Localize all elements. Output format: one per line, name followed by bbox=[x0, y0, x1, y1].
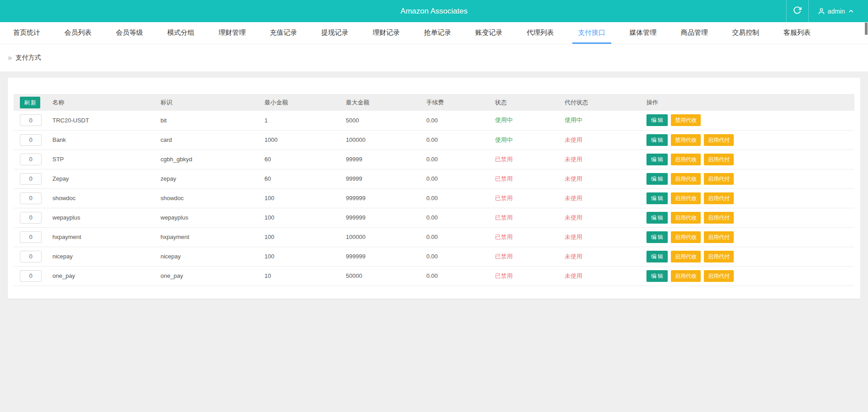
nav-item-grab-order-records[interactable]: 抢单记录 bbox=[418, 22, 457, 44]
payout-status-text: 未使用 bbox=[565, 214, 582, 221]
code-cell: showdoc bbox=[154, 188, 258, 208]
sort-input[interactable] bbox=[20, 192, 42, 204]
refresh-icon bbox=[793, 6, 802, 16]
table-header-row: 刷新 名称 标识 最小金额 最大金额 手续费 状态 代付状态 操作 bbox=[14, 94, 854, 111]
sort-input[interactable] bbox=[20, 270, 42, 282]
vertical-scrollbar[interactable] bbox=[865, 23, 868, 35]
nav-bar: 首页统计会员列表会员等级模式分组理财管理充值记录提现记录理财记录抢单记录账变记录… bbox=[0, 22, 868, 44]
edit-button[interactable]: 编辑 bbox=[646, 154, 668, 165]
nav-item-service-list[interactable]: 客服列表 bbox=[778, 22, 816, 44]
edit-button[interactable]: 编辑 bbox=[646, 212, 668, 224]
sort-input[interactable] bbox=[20, 212, 42, 224]
table-row: STPcgbh_gbkyd60999990.00已禁用未使用编辑启用代收启用代付 bbox=[14, 150, 854, 169]
payout-status-text: 未使用 bbox=[565, 175, 582, 182]
nav-item-member-level[interactable]: 会员等级 bbox=[110, 22, 149, 44]
payout-status-cell: 未使用 bbox=[558, 266, 640, 286]
enable-collect-button[interactable]: 启用代收 bbox=[671, 192, 701, 204]
enable-payout-button[interactable]: 启用代付 bbox=[704, 212, 734, 224]
nav-item-trade-control[interactable]: 交易控制 bbox=[726, 22, 765, 44]
fee-cell: 0.00 bbox=[420, 227, 489, 247]
col-name: 名称 bbox=[46, 94, 154, 111]
enable-payout-button[interactable]: 启用代付 bbox=[704, 270, 734, 282]
nav-item-balance-records[interactable]: 账变记录 bbox=[469, 22, 508, 44]
col-status: 状态 bbox=[489, 94, 558, 111]
sort-cell bbox=[14, 227, 46, 247]
actions-cell: 编辑启用代收启用代付 bbox=[640, 266, 854, 286]
nav-item-agent-list[interactable]: 代理列表 bbox=[521, 22, 560, 44]
min-amount-cell: 60 bbox=[258, 150, 340, 169]
edit-button[interactable]: 编辑 bbox=[646, 173, 668, 185]
edit-button[interactable]: 编辑 bbox=[646, 231, 668, 243]
nav-item-finance-records[interactable]: 理财记录 bbox=[367, 22, 406, 44]
col-min-amount: 最小金额 bbox=[258, 94, 340, 111]
edit-button[interactable]: 编辑 bbox=[646, 192, 668, 204]
sort-input[interactable] bbox=[20, 173, 42, 185]
enable-payout-button[interactable]: 启用代付 bbox=[704, 192, 734, 204]
max-amount-cell: 999999 bbox=[340, 247, 420, 266]
enable-payout-button[interactable]: 启用代付 bbox=[704, 154, 734, 165]
payout-status-text: 未使用 bbox=[565, 136, 582, 143]
fee-cell: 0.00 bbox=[420, 208, 489, 227]
nav-item-home-stats[interactable]: 首页统计 bbox=[7, 22, 46, 44]
max-amount-cell: 100000 bbox=[340, 130, 420, 150]
min-amount-cell: 60 bbox=[258, 169, 340, 188]
status-cell: 使用中 bbox=[489, 111, 558, 130]
topbar-refresh-button[interactable] bbox=[786, 0, 809, 22]
fee-cell: 0.00 bbox=[420, 150, 489, 169]
sort-cell bbox=[14, 266, 46, 286]
name-cell: Zepay bbox=[46, 169, 154, 188]
nav-item-withdraw-records[interactable]: 提现记录 bbox=[316, 22, 354, 44]
nav-item-media-mgmt[interactable]: 媒体管理 bbox=[623, 22, 662, 44]
max-amount-cell: 5000 bbox=[340, 111, 420, 130]
sort-cell bbox=[14, 130, 46, 150]
enable-collect-button[interactable]: 启用代收 bbox=[671, 251, 701, 262]
enable-payout-button[interactable]: 启用代付 bbox=[704, 251, 734, 262]
user-menu[interactable]: admin bbox=[809, 0, 863, 22]
payout-status-cell: 未使用 bbox=[558, 169, 640, 188]
col-payout-status: 代付状态 bbox=[558, 94, 640, 111]
fee-cell: 0.00 bbox=[420, 188, 489, 208]
sort-input[interactable] bbox=[20, 114, 42, 126]
table-row: Bankcard10001000000.00使用中未使用编辑禁用代收启用代付 bbox=[14, 130, 854, 150]
sort-input[interactable] bbox=[20, 134, 42, 146]
enable-payout-button[interactable]: 启用代付 bbox=[704, 173, 734, 185]
sort-cell bbox=[14, 150, 46, 169]
max-amount-cell: 999999 bbox=[340, 188, 420, 208]
nav-item-recharge-records[interactable]: 充值记录 bbox=[264, 22, 303, 44]
disable-collect-button[interactable]: 禁用代收 bbox=[671, 114, 701, 126]
sort-cell bbox=[14, 208, 46, 227]
nav-item-product-mgmt[interactable]: 商品管理 bbox=[675, 22, 714, 44]
name-cell: hxpayment bbox=[46, 227, 154, 247]
payout-status-cell: 未使用 bbox=[558, 247, 640, 266]
edit-button[interactable]: 编辑 bbox=[646, 251, 668, 262]
edit-button[interactable]: 编辑 bbox=[646, 270, 668, 282]
actions-cell: 编辑启用代收启用代付 bbox=[640, 247, 854, 266]
enable-collect-button[interactable]: 启用代收 bbox=[671, 212, 701, 224]
enable-payout-button[interactable]: 启用代付 bbox=[704, 134, 734, 146]
enable-collect-button[interactable]: 启用代收 bbox=[671, 154, 701, 165]
nav-item-mode-group[interactable]: 模式分组 bbox=[161, 22, 200, 44]
table-row: nicepaynicepay1009999990.00已禁用未使用编辑启用代收启… bbox=[14, 247, 854, 266]
disable-collect-button[interactable]: 禁用代收 bbox=[671, 134, 701, 146]
nav-item-finance-mgmt[interactable]: 理财管理 bbox=[212, 22, 251, 44]
min-amount-cell: 100 bbox=[258, 227, 340, 247]
payout-status-cell: 未使用 bbox=[558, 150, 640, 169]
status-text: 使用中 bbox=[495, 117, 513, 123]
breadcrumb-marker-icon: » bbox=[8, 53, 12, 62]
enable-collect-button[interactable]: 启用代收 bbox=[671, 173, 701, 185]
sort-input[interactable] bbox=[20, 154, 42, 165]
edit-button[interactable]: 编辑 bbox=[646, 114, 668, 126]
nav-item-payment-api[interactable]: 支付接口 bbox=[572, 22, 611, 44]
nav-item-member-list[interactable]: 会员列表 bbox=[59, 22, 98, 44]
refresh-button[interactable]: 刷新 bbox=[20, 97, 40, 108]
actions-cell: 编辑禁用代收启用代付 bbox=[640, 130, 854, 150]
edit-button[interactable]: 编辑 bbox=[646, 134, 668, 146]
actions-cell: 编辑启用代收启用代付 bbox=[640, 227, 854, 247]
status-text: 已禁用 bbox=[495, 175, 513, 182]
enable-payout-button[interactable]: 启用代付 bbox=[704, 231, 734, 243]
enable-collect-button[interactable]: 启用代收 bbox=[671, 231, 701, 243]
sort-input[interactable] bbox=[20, 231, 42, 243]
sort-input[interactable] bbox=[20, 251, 42, 262]
username-label: admin bbox=[828, 8, 845, 15]
enable-collect-button[interactable]: 启用代收 bbox=[671, 270, 701, 282]
